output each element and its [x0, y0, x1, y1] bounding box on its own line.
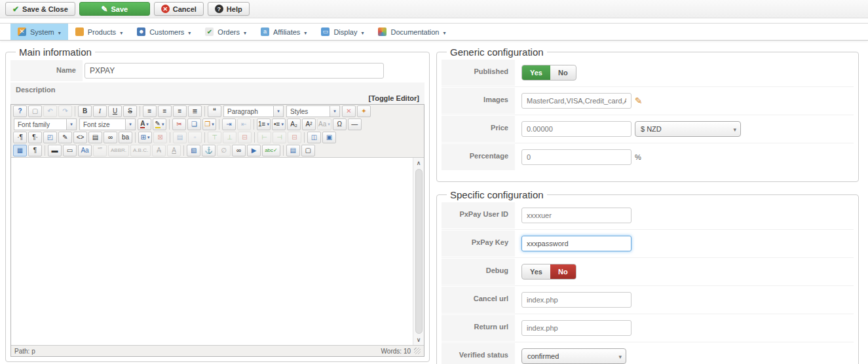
- percentage-input[interactable]: [521, 149, 632, 165]
- font-size-select[interactable]: Font size: [79, 118, 136, 130]
- find-replace-button[interactable]: ba: [119, 132, 132, 143]
- page-break-button[interactable]: ▬: [48, 145, 62, 156]
- price-input[interactable]: [521, 121, 632, 137]
- debug-no-button[interactable]: No: [550, 264, 576, 279]
- insert-column-left-button[interactable]: ⊢: [257, 132, 271, 143]
- insert-link-button[interactable]: ∞: [232, 145, 246, 156]
- save-close-button[interactable]: ✔ Save & Close: [5, 2, 75, 16]
- toggle-editor-link[interactable]: [Toggle Editor]: [16, 94, 419, 102]
- insert-row-above-button[interactable]: ⊤: [208, 132, 221, 143]
- show-blocks-button[interactable]: ¶: [28, 145, 42, 156]
- redo-button[interactable]: ↷: [58, 105, 72, 117]
- highlight-color-button[interactable]: ✎: [153, 118, 166, 130]
- editor-content[interactable]: ∧ ∨: [11, 157, 424, 345]
- debug-toggle[interactable]: Yes No: [521, 264, 576, 280]
- name-input[interactable]: [85, 63, 384, 79]
- source-code-button[interactable]: <>: [73, 132, 87, 143]
- save-button[interactable]: ✎ Save: [79, 2, 150, 16]
- horizontal-rule-button[interactable]: —: [348, 118, 362, 130]
- row-properties-button[interactable]: ▤: [173, 132, 187, 143]
- insert-row-below-button[interactable]: ⊥: [223, 132, 236, 143]
- insert-media-button[interactable]: ▶: [247, 145, 261, 156]
- nav-item-products[interactable]: Products: [68, 24, 130, 40]
- citation-button[interactable]: “”: [93, 145, 107, 156]
- nav-item-system[interactable]: ✕ System: [10, 24, 68, 40]
- anchor-button[interactable]: ⚓: [202, 145, 216, 156]
- font-family-select[interactable]: Font family: [14, 118, 77, 130]
- scroll-up-icon[interactable]: ∧: [413, 158, 425, 168]
- insert-layer-button[interactable]: ▤: [286, 145, 300, 156]
- styles-select[interactable]: Styles: [286, 105, 340, 117]
- style-props-button[interactable]: Aa: [317, 118, 331, 130]
- cell-properties-button[interactable]: ▫: [188, 132, 202, 143]
- abbreviation-button[interactable]: ABBR.: [108, 145, 129, 156]
- spellcheck-button[interactable]: abc✓: [262, 145, 280, 156]
- special-character-button[interactable]: Ω: [333, 118, 347, 130]
- align-justify-button[interactable]: ≣: [188, 105, 202, 117]
- delete-row-button[interactable]: ⊟: [238, 132, 252, 143]
- edit-html-button[interactable]: ✎: [58, 132, 72, 143]
- published-toggle[interactable]: Yes No: [521, 65, 576, 81]
- underline-button[interactable]: U: [108, 105, 122, 117]
- text-color-button[interactable]: A: [138, 118, 151, 130]
- paste-button[interactable]: ❐: [202, 118, 216, 130]
- return-url-input[interactable]: [521, 320, 632, 336]
- rtl-paragraph-button[interactable]: ¶·: [28, 132, 42, 143]
- superscript-button[interactable]: A²: [302, 118, 316, 130]
- edit-pencil-icon[interactable]: ✎: [635, 96, 643, 106]
- help-button[interactable]: ? Help: [208, 2, 250, 16]
- fullscreen-button[interactable]: ◰: [43, 132, 57, 143]
- split-cells-button[interactable]: ◫: [307, 132, 321, 143]
- currency-select[interactable]: $ NZD: [635, 121, 741, 137]
- nav-item-affiliates[interactable]: a Affiliates: [254, 24, 314, 40]
- insert-table-button[interactable]: ⊞: [138, 132, 152, 143]
- resize-grip-icon[interactable]: [414, 348, 421, 354]
- help-button[interactable]: ?: [13, 105, 27, 117]
- ltr-paragraph-button[interactable]: ·¶: [13, 132, 27, 143]
- strikethrough-button[interactable]: S: [123, 105, 137, 117]
- visual-characters-button[interactable]: Aa: [78, 145, 92, 156]
- nav-item-orders[interactable]: ✔ Orders: [198, 24, 254, 40]
- undo-button[interactable]: ↶: [43, 105, 57, 117]
- debug-yes-button[interactable]: Yes: [522, 264, 550, 279]
- pxpay-user-id-input[interactable]: [521, 208, 632, 223]
- align-right-button[interactable]: ≡: [173, 105, 187, 117]
- print-button[interactable]: ▤: [88, 132, 102, 143]
- toggle-guidelines-button[interactable]: ▦: [13, 145, 27, 156]
- published-no-button[interactable]: No: [550, 65, 576, 80]
- delete-table-button[interactable]: ⊠: [153, 132, 167, 143]
- copy-button[interactable]: ❏: [187, 118, 201, 130]
- unordered-list-button[interactable]: •≡: [272, 118, 286, 130]
- indent-button[interactable]: ⇥: [222, 118, 236, 130]
- blockquote-button[interactable]: “: [208, 105, 221, 117]
- cancel-url-input[interactable]: [521, 292, 632, 308]
- verified-status-select[interactable]: confirmed: [521, 348, 626, 364]
- find-button[interactable]: ∞: [104, 132, 117, 143]
- insert-column-right-button[interactable]: ⊣: [273, 132, 286, 143]
- nav-item-documentation[interactable]: Documentation: [371, 24, 453, 40]
- merge-cells-button[interactable]: ▣: [322, 132, 336, 143]
- insertion-button[interactable]: A: [167, 145, 181, 156]
- nav-item-customers[interactable]: ☻ Customers: [130, 24, 198, 40]
- remove-format-button[interactable]: ✕: [342, 105, 356, 117]
- delete-column-button[interactable]: ⊟: [288, 132, 301, 143]
- paragraph-format-select[interactable]: Paragraph: [223, 105, 284, 117]
- cleanup-code-button[interactable]: ✦: [357, 105, 371, 117]
- insert-template-button[interactable]: ▭: [63, 145, 77, 156]
- align-center-button[interactable]: ≡: [158, 105, 172, 117]
- cut-button[interactable]: ✂: [172, 118, 186, 130]
- italic-button[interactable]: I: [93, 105, 107, 117]
- deletion-button[interactable]: A: [152, 145, 166, 156]
- editor-scrollbar[interactable]: ∧ ∨: [413, 158, 424, 345]
- cancel-button[interactable]: ✕ Cancel: [154, 2, 204, 16]
- pxpay-key-input[interactable]: [521, 236, 632, 251]
- insert-image-button[interactable]: ▧: [187, 145, 200, 156]
- images-input[interactable]: [521, 93, 632, 109]
- outdent-button[interactable]: ⇤: [237, 118, 251, 130]
- align-left-button[interactable]: ≡: [143, 105, 157, 117]
- ordered-list-button[interactable]: 1≡: [257, 118, 271, 130]
- scroll-down-icon[interactable]: ∨: [413, 335, 425, 345]
- unlink-button[interactable]: ∅: [217, 145, 231, 156]
- scrollbar-thumb[interactable]: [415, 169, 423, 334]
- new-document-button[interactable]: ▢: [28, 105, 42, 117]
